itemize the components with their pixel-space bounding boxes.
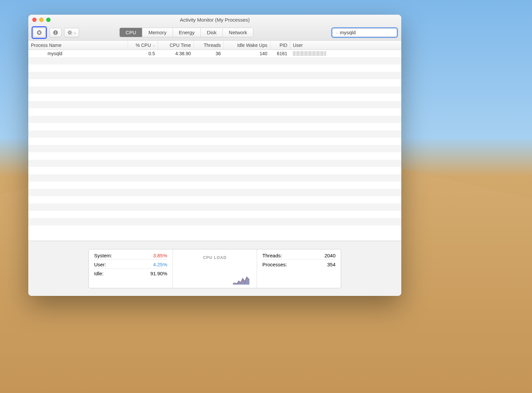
svg-point-4 — [55, 31, 56, 32]
sparkline-icon — [233, 275, 249, 285]
search-input[interactable] — [340, 30, 401, 35]
column-process-name[interactable]: Process Name — [28, 41, 128, 50]
stats-usage: System: 3.85% User: 4.25% Idle: 91.90% — [89, 249, 173, 288]
table-row — [28, 182, 401, 189]
svg-line-11 — [68, 31, 69, 32]
cpu-load-title: CPU LOAD — [203, 255, 227, 260]
idle-label: Idle: — [94, 271, 103, 276]
column-idle-wake-ups[interactable]: Idle Wake Ups — [224, 41, 270, 50]
table-row — [28, 130, 401, 138]
svg-point-6 — [69, 32, 71, 34]
threads-label: Threads: — [262, 253, 282, 258]
process-table: Process Name % CPU ⌄ CPU Time Threads Id… — [28, 41, 401, 241]
table-row — [28, 225, 401, 233]
tab-selector: CPU Memory Energy Disk Network — [119, 28, 254, 37]
inspect-process-button[interactable] — [50, 28, 62, 37]
cell-threads: 36 — [194, 50, 224, 57]
table-row — [28, 218, 401, 225]
cell-user — [290, 50, 401, 57]
toolbar: ⌄ CPU Memory Energy Disk Network ⌄ — [28, 25, 401, 40]
system-label: System: — [94, 253, 112, 258]
tab-cpu[interactable]: CPU — [120, 28, 143, 37]
chevron-down-icon: ⌄ — [73, 31, 76, 34]
user-value: 4.25% — [153, 262, 167, 267]
column-threads[interactable]: Threads — [194, 41, 224, 50]
processes-label: Processes: — [262, 262, 287, 267]
cpu-load-sparkline — [178, 262, 251, 285]
table-row — [28, 94, 401, 101]
cell-cpu: 0.5 — [128, 50, 158, 57]
stats-graph: CPU LOAD — [173, 249, 257, 288]
cell-name: mysqld — [28, 50, 128, 57]
processes-value: 354 — [327, 262, 335, 267]
column-cpu[interactable]: % CPU ⌄ — [128, 41, 158, 50]
redacted-user — [293, 51, 326, 56]
table-row — [28, 123, 401, 130]
column-cpu-time[interactable]: CPU Time — [158, 41, 194, 50]
search-field[interactable]: ⌄ ✕ — [332, 28, 397, 37]
window-title: Activity Monitor (My Processes) — [28, 17, 401, 23]
table-row — [28, 174, 401, 182]
table-row — [28, 79, 401, 86]
svg-line-14 — [68, 34, 69, 34]
cell-wake: 140 — [224, 50, 270, 57]
cell-pid: 6161 — [270, 50, 290, 57]
search-chevron-icon: ⌄ — [336, 31, 338, 34]
info-icon — [53, 30, 58, 35]
threads-value: 2040 — [325, 253, 335, 258]
traffic-lights — [32, 18, 51, 22]
system-value: 3.85% — [153, 253, 167, 258]
tab-network[interactable]: Network — [223, 28, 253, 37]
table-row — [28, 138, 401, 145]
sort-indicator-icon: ⌄ — [152, 43, 155, 47]
gear-icon — [67, 30, 72, 35]
user-label: User: — [94, 262, 106, 267]
table-row — [28, 72, 401, 79]
table-rows[interactable]: mysqld 0.5 4:38.90 36 140 6161 — [28, 50, 401, 241]
tab-energy[interactable]: Energy — [173, 28, 201, 37]
column-user[interactable]: User — [290, 41, 401, 50]
table-row — [28, 167, 401, 174]
settings-menu-button[interactable]: ⌄ — [64, 28, 79, 37]
table-row — [28, 160, 401, 167]
activity-monitor-window: Activity Monitor (My Processes) — [28, 15, 401, 296]
table-row — [28, 86, 401, 94]
table-row — [28, 101, 401, 108]
table-row — [28, 189, 401, 196]
stop-process-button[interactable] — [33, 28, 45, 37]
tab-memory[interactable]: Memory — [142, 28, 173, 37]
tab-disk[interactable]: Disk — [201, 28, 223, 37]
column-pid[interactable]: PID — [270, 41, 290, 50]
titlebar: Activity Monitor (My Processes) — [28, 15, 401, 41]
column-cpu-label: % CPU — [136, 43, 151, 48]
minimize-window-button[interactable] — [39, 18, 44, 22]
table-row — [28, 116, 401, 123]
table-row — [28, 145, 401, 152]
svg-line-13 — [71, 31, 72, 32]
table-row — [28, 196, 401, 203]
footer-stats: System: 3.85% User: 4.25% Idle: 91.90% C… — [28, 241, 401, 296]
stats-counts: Threads: 2040 Processes: 354 — [257, 249, 341, 288]
table-row — [28, 211, 401, 218]
search-focus-ring: ⌄ ✕ — [331, 27, 398, 38]
svg-line-12 — [71, 34, 72, 34]
stats-panel: System: 3.85% User: 4.25% Idle: 91.90% C… — [88, 249, 341, 288]
cell-time: 4:38.90 — [158, 50, 194, 57]
annotation-highlight — [32, 26, 47, 39]
table-header: Process Name % CPU ⌄ CPU Time Threads Id… — [28, 41, 401, 50]
table-row — [28, 65, 401, 72]
zoom-window-button[interactable] — [46, 18, 51, 22]
svg-rect-5 — [55, 32, 56, 34]
table-row — [28, 57, 401, 65]
stop-circle-icon — [37, 30, 42, 35]
table-row — [28, 203, 401, 211]
idle-value: 91.90% — [150, 271, 167, 276]
table-row — [28, 108, 401, 116]
table-row[interactable]: mysqld 0.5 4:38.90 36 140 6161 — [28, 50, 401, 57]
close-window-button[interactable] — [32, 18, 37, 22]
table-row — [28, 152, 401, 160]
